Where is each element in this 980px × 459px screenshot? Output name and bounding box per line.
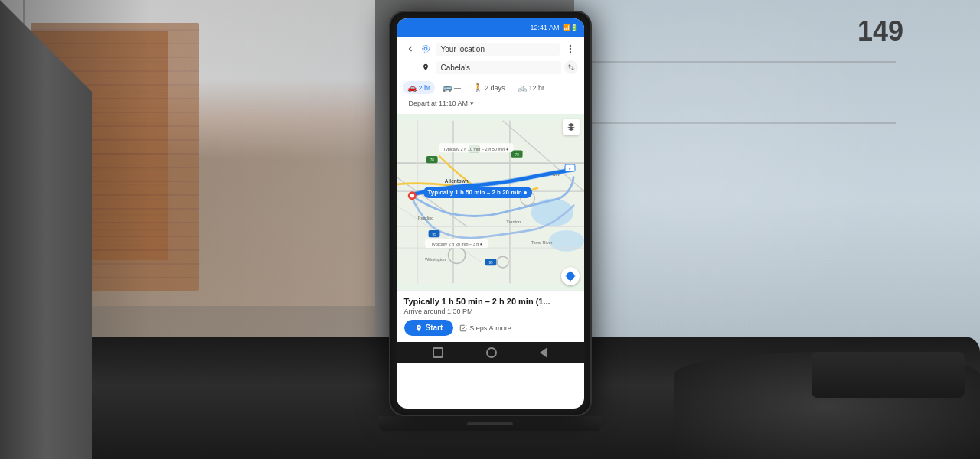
svg-point-0 bbox=[424, 47, 427, 50]
svg-text:95: 95 bbox=[488, 261, 493, 265]
tab-bike[interactable]: 🚲 12 hr bbox=[513, 81, 550, 94]
drive-icon: 🚗 bbox=[407, 83, 416, 92]
destination-row: Cabela's bbox=[403, 60, 578, 75]
action-row: Start Steps & more bbox=[404, 320, 577, 336]
tab-drive[interactable]: 🚗 2 hr bbox=[403, 81, 436, 94]
svg-text:Allentown: Allentown bbox=[444, 178, 468, 184]
phone-device: 12:41 AM 📶🔋 bbox=[389, 11, 592, 416]
svg-point-3 bbox=[569, 48, 570, 50]
svg-text:Trenton: Trenton bbox=[506, 220, 521, 224]
start-label: Start bbox=[426, 324, 443, 332]
svg-text:Toms River: Toms River bbox=[531, 240, 552, 245]
destination-icon bbox=[418, 60, 433, 75]
status-bar-time: 12:41 AM bbox=[530, 24, 559, 31]
destination-input[interactable]: Cabela's bbox=[436, 61, 561, 74]
mount-bracket bbox=[379, 416, 601, 431]
svg-text:78: 78 bbox=[430, 158, 434, 162]
tab-walk[interactable]: 🚶 2 days bbox=[469, 81, 510, 94]
transport-tabs: 🚗 2 hr 🚌 — 🚶 2 days 🚲 bbox=[403, 78, 578, 97]
svg-point-4 bbox=[569, 51, 570, 53]
layers-button[interactable] bbox=[563, 119, 580, 135]
bike-icon: 🚲 bbox=[518, 83, 527, 92]
map-container[interactable]: 78 95 78 95 95 Allentown Reading bbox=[397, 114, 584, 290]
svg-text:Typically 2 h 10 min – 2 h 50 : Typically 2 h 10 min – 2 h 50 min ● bbox=[443, 147, 508, 151]
android-nav bbox=[397, 342, 584, 363]
depart-row[interactable]: Depart at 11:10 AM ▾ bbox=[403, 97, 578, 109]
walk-icon: 🚶 bbox=[473, 83, 482, 92]
current-location-icon bbox=[418, 41, 433, 57]
svg-text:●: ● bbox=[569, 167, 571, 171]
more-options-button[interactable] bbox=[563, 41, 578, 57]
steps-label: Steps & more bbox=[469, 324, 511, 332]
svg-text:78: 78 bbox=[514, 153, 519, 157]
svg-point-39 bbox=[410, 194, 414, 198]
swap-button[interactable] bbox=[564, 60, 578, 74]
back-button[interactable] bbox=[540, 347, 547, 358]
route-time: Typically 1 h 50 min – 2 h 20 min (1... bbox=[404, 297, 577, 306]
home-button[interactable] bbox=[486, 347, 497, 358]
svg-text:Reading: Reading bbox=[417, 216, 433, 220]
selected-route-tooltip[interactable]: Typically 1 h 50 min – 2 h 20 min ● bbox=[423, 187, 532, 198]
svg-point-1 bbox=[422, 46, 429, 53]
tab-transit[interactable]: 🚌 — bbox=[438, 81, 466, 94]
walk-time: 2 days bbox=[485, 84, 505, 92]
transit-time: — bbox=[454, 84, 461, 92]
phone-screen: 12:41 AM 📶🔋 bbox=[397, 18, 584, 409]
origin-row: Your location bbox=[403, 41, 578, 57]
origin-input[interactable]: Your location bbox=[436, 43, 560, 56]
svg-text:New: New bbox=[552, 172, 561, 177]
transit-icon: 🚌 bbox=[443, 83, 452, 92]
start-button[interactable]: Start bbox=[404, 320, 454, 336]
phone-mount: 12:41 AM 📶🔋 bbox=[379, 11, 601, 431]
navigation-header: Your location bbox=[397, 37, 584, 114]
bike-time: 12 hr bbox=[529, 84, 545, 92]
back-icon[interactable] bbox=[403, 41, 418, 57]
arrive-time: Arrive around 1:30 PM bbox=[404, 308, 577, 315]
svg-text:95: 95 bbox=[432, 233, 436, 236]
drive-time: 2 hr bbox=[419, 84, 431, 92]
svg-point-2 bbox=[569, 45, 570, 47]
svg-text:Wilmington: Wilmington bbox=[424, 257, 445, 262]
depart-chevron: ▾ bbox=[470, 99, 474, 107]
my-location-button[interactable] bbox=[561, 267, 580, 285]
car-interior: 149 12:41 AM 📶🔋 bbox=[0, 0, 980, 459]
map-svg: 78 95 78 95 95 Allentown Reading bbox=[397, 114, 584, 290]
depart-time-label: Depart at 11:10 AM bbox=[409, 99, 469, 107]
recent-apps-button[interactable] bbox=[433, 347, 443, 358]
svg-text:Typically 2 h 20 min – 3 h ●: Typically 2 h 20 min – 3 h ● bbox=[430, 242, 482, 246]
steps-button[interactable]: Steps & more bbox=[459, 324, 511, 332]
map-controls bbox=[563, 119, 580, 135]
bottom-panel: Typically 1 h 50 min – 2 h 20 min (1... … bbox=[397, 290, 584, 342]
status-bar: 12:41 AM 📶🔋 bbox=[397, 18, 584, 37]
